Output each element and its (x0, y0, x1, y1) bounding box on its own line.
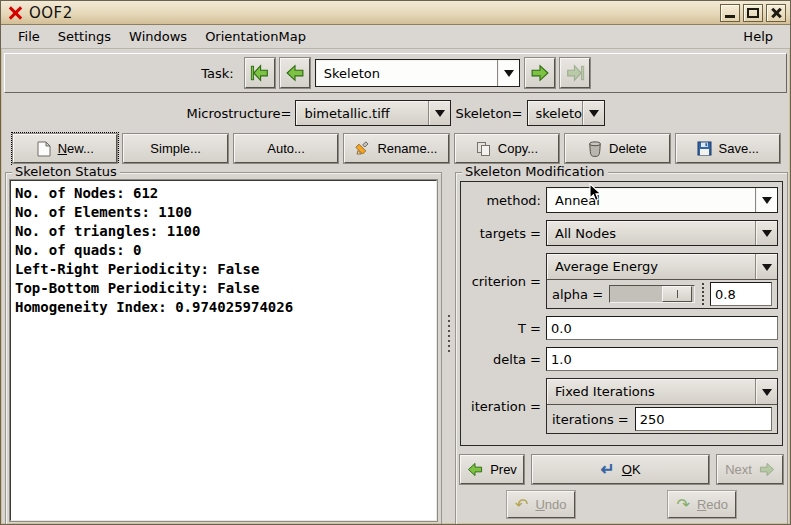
menu-file[interactable]: File (9, 26, 49, 47)
menu-settings[interactable]: Settings (49, 26, 120, 47)
auto-button-label: Auto... (267, 141, 305, 156)
task-back-button[interactable] (280, 58, 310, 88)
delta-input[interactable] (546, 347, 778, 371)
prev-button-label: Prev (490, 462, 517, 477)
skeleton-select[interactable]: skeleton (527, 100, 605, 126)
save-button[interactable]: Save... (676, 134, 780, 163)
criterion-select[interactable]: Average Energy (547, 254, 777, 280)
undo-button-label: Undo (535, 497, 566, 512)
action-button-row: New... Simple... Auto... Rename... Copy.… (13, 134, 780, 163)
alpha-row: alpha = (547, 280, 777, 308)
skip-forward-icon-disabled (565, 64, 585, 82)
prev-button[interactable]: Prev (460, 455, 524, 484)
skeleton-status-frame: Skeleton Status No. of Nodes: 612 No. of… (5, 172, 442, 525)
alpha-slider-handle[interactable] (662, 286, 692, 302)
main-panes: Skeleton Status No. of Nodes: 612 No. of… (5, 165, 784, 525)
x11-logo-icon (7, 6, 23, 20)
new-button[interactable]: New... (13, 134, 117, 163)
skeleton-modification-frame: Skeleton Modification method: Anneal tar… (455, 172, 788, 525)
redo-button-label: Redo (697, 497, 728, 512)
targets-label: targets = (465, 226, 541, 241)
iteration-select[interactable]: Fixed Iterations (547, 379, 777, 405)
oof2-window: OOF2 File Settings Windows OrientationMa… (0, 0, 791, 525)
new-button-label: New... (58, 141, 94, 156)
window-title: OOF2 (29, 4, 73, 22)
task-forward-button[interactable] (525, 58, 555, 88)
undo-redo-row: ↶ Undo ↷ Redo (460, 491, 783, 518)
undo-button[interactable]: ↶ Undo (507, 491, 575, 518)
delta-label: delta = (465, 352, 541, 367)
task-first-button[interactable] (245, 58, 275, 88)
method-select[interactable]: Anneal (546, 187, 778, 213)
minimize-icon (725, 15, 735, 18)
copy-button[interactable]: Copy... (455, 134, 559, 163)
auto-button[interactable]: Auto... (234, 134, 338, 163)
task-select[interactable]: Skeleton (315, 59, 520, 87)
alpha-slider[interactable] (609, 285, 695, 303)
alpha-input[interactable] (710, 282, 772, 306)
iterations-input[interactable] (635, 407, 772, 431)
skip-backward-icon (250, 64, 270, 82)
simple-button-label: Simple... (150, 141, 201, 156)
redo-arrow-icon: ↷ (677, 497, 690, 513)
chevron-down-icon (499, 64, 519, 82)
menu-orientationmap[interactable]: OrientationMap (196, 26, 315, 47)
skeleton-status-text: No. of Nodes: 612 No. of Elements: 1100 … (10, 180, 437, 521)
menu-windows[interactable]: Windows (120, 26, 196, 47)
iteration-value: Fixed Iterations (547, 384, 755, 399)
maximize-button[interactable] (743, 4, 763, 22)
task-label: Task: (201, 66, 233, 81)
pane-divider[interactable] (442, 165, 455, 525)
ok-button[interactable]: ↵ OK (532, 455, 709, 484)
minimize-button[interactable] (720, 4, 740, 22)
criterion-label: criterion = (465, 274, 541, 289)
ok-button-label: OK (622, 462, 641, 477)
targets-select[interactable]: All Nodes (546, 220, 778, 246)
floppy-disk-icon (697, 141, 712, 156)
new-document-icon (37, 141, 51, 157)
status-line-homogeneity: Homogeneity Index: 0.974025974026 (15, 298, 432, 317)
t-label: T = (465, 321, 541, 336)
back-arrow-icon (285, 64, 305, 82)
status-line-lr-periodicity: Left-Right Periodicity: False (15, 260, 432, 279)
redo-button[interactable]: ↷ Redo (668, 491, 736, 518)
skeleton-label: Skeleton= (455, 106, 522, 121)
task-navigation-bar: Task: Skeleton (4, 53, 787, 93)
microstructure-label: Microstructure= (187, 106, 292, 121)
delete-button[interactable]: Delete (565, 134, 669, 163)
next-button[interactable]: Next (717, 455, 783, 484)
chevron-down-icon (757, 191, 777, 209)
rename-pencil-icon (355, 141, 370, 156)
t-input[interactable] (546, 316, 778, 340)
simple-button[interactable]: Simple... (123, 134, 227, 163)
skeleton-status-frame-label: Skeleton Status (12, 164, 120, 179)
iterations-row: iterations = (547, 405, 777, 433)
copy-button-label: Copy... (498, 141, 538, 156)
close-button[interactable] (766, 4, 786, 22)
modification-nav-row: Prev ↵ OK Next (460, 455, 783, 484)
status-line-elements: No. of Elements: 1100 (15, 203, 432, 222)
maximize-icon (747, 8, 759, 18)
skeleton-value: skeleton (528, 106, 582, 121)
iterations-label: iterations = (552, 412, 629, 427)
prev-arrow-icon (467, 462, 483, 477)
trash-icon (588, 141, 602, 157)
alpha-label: alpha = (552, 287, 603, 302)
task-last-button[interactable] (560, 58, 590, 88)
alpha-pane-divider[interactable] (701, 283, 704, 305)
delete-button-label: Delete (609, 141, 647, 156)
targets-value: All Nodes (547, 226, 755, 241)
microstructure-select[interactable]: bimetallic.tiff (295, 100, 451, 126)
copy-icon (476, 141, 491, 156)
criterion-group: Average Energy alpha = (546, 253, 778, 309)
save-button-label: Save... (719, 141, 759, 156)
iteration-group: Fixed Iterations iterations = (546, 378, 778, 434)
pane-gripper-icon (447, 315, 450, 353)
rename-button[interactable]: Rename... (344, 134, 448, 163)
task-selected-value: Skeleton (316, 66, 497, 81)
status-line-tb-periodicity: Top-Bottom Periodicity: False (15, 279, 432, 298)
menu-help[interactable]: Help (734, 26, 782, 47)
method-value: Anneal (547, 193, 755, 208)
status-line-triangles: No. of triangles: 1100 (15, 222, 432, 241)
forward-arrow-icon (530, 64, 550, 82)
